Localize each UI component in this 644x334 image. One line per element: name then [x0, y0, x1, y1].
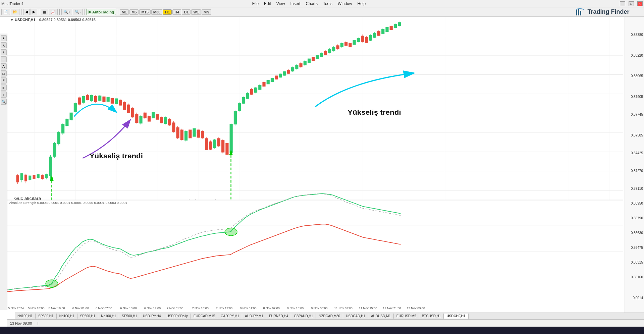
price-label-4: 0.87905	[631, 95, 643, 99]
tab-eurusd-m5[interactable]: EURUSD,M5	[394, 314, 419, 319]
hline-tool[interactable]: —	[1, 56, 7, 62]
svg-rect-124	[209, 142, 212, 150]
svg-text:7 Nov 13:00: 7 Nov 13:00	[192, 307, 208, 310]
menu-edit[interactable]: Edit	[263, 1, 272, 7]
svg-text:7 Nov 19:00: 7 Nov 19:00	[216, 307, 232, 310]
back-btn[interactable]: ◀	[23, 9, 30, 15]
zoom-in-btn[interactable]: 🔍+	[61, 9, 72, 15]
svg-text:8 Nov 13:00: 8 Nov 13:00	[287, 307, 304, 310]
svg-rect-158	[279, 74, 282, 78]
svg-rect-86	[131, 108, 134, 117]
line-chart-btn[interactable]: 📈	[49, 9, 58, 15]
channel-tool[interactable]: ≡	[1, 85, 7, 91]
svg-rect-122	[205, 138, 208, 150]
svg-rect-190	[344, 42, 347, 46]
ellipse-tool[interactable]: ○	[1, 92, 7, 98]
svg-rect-168	[300, 63, 303, 67]
shape-tool[interactable]: □	[1, 70, 7, 76]
tab-nd100h1-3[interactable]: Nd100,H1	[98, 314, 119, 319]
close-button[interactable]: ✕	[637, 1, 643, 6]
autotrading-button[interactable]: ▶ AutoTrading	[87, 9, 116, 15]
tab-nd100h1[interactable]: Nd100,H1	[15, 314, 36, 319]
line-tool[interactable]: /	[1, 49, 7, 55]
svg-rect-92	[144, 113, 147, 118]
menu-window[interactable]: Window	[336, 1, 354, 7]
svg-rect-112	[184, 131, 187, 141]
svg-rect-0	[576, 10, 577, 15]
chart-symbol: USDCHF,H1	[15, 18, 36, 22]
tf-m30[interactable]: M30	[151, 9, 162, 15]
tab-gbpaud-h1[interactable]: GBPAUD,H1	[291, 314, 316, 319]
tab-cadjpy-m1[interactable]: CADJPY,M1	[218, 314, 242, 319]
arrow-tool[interactable]: ↖	[1, 42, 7, 48]
tab-sp500h1-3[interactable]: SP500,H1	[119, 314, 140, 319]
tf-h4[interactable]: H4	[172, 9, 181, 15]
tab-nd100h1-2[interactable]: Nd100,H1	[57, 314, 77, 319]
zoom-out-btn[interactable]: 🔍-	[73, 9, 83, 15]
svg-rect-62	[82, 96, 85, 103]
svg-rect-178	[320, 53, 323, 57]
svg-rect-152	[267, 80, 270, 84]
status-bar: 13 Nov 09:00 |	[7, 319, 644, 327]
tf-w1[interactable]: W1	[191, 9, 201, 15]
menu-file[interactable]: File	[251, 1, 260, 7]
menu-charts[interactable]: Charts	[305, 1, 319, 7]
tab-btcusd-h1[interactable]: BTCUSD,H1	[419, 314, 444, 319]
chart-type-btn[interactable]: ▦	[41, 9, 48, 15]
svg-rect-160	[283, 71, 286, 75]
tf-mn[interactable]: MN	[202, 9, 211, 15]
svg-text:8 Nov 01:00: 8 Nov 01:00	[240, 307, 256, 310]
menu-tools[interactable]: Tools	[322, 1, 334, 7]
window-title-text: MetaTrader 4	[1, 2, 248, 6]
svg-rect-194	[353, 40, 356, 45]
svg-rect-58	[74, 103, 77, 112]
price-label-14: 0.86315	[631, 261, 643, 264]
tab-eurcad-m15[interactable]: EURCAD,M15	[191, 314, 218, 319]
chart-canvas-wrapper[interactable]: Yükseliş trendi Yükseliş trendi Güç alıc…	[7, 17, 644, 313]
tab-audjpy-m1[interactable]: AUDJPY,M1	[242, 314, 266, 319]
tab-usdchf-h1[interactable]: USDCHF,H1	[444, 314, 468, 319]
logo-area: Trading Finder	[569, 5, 636, 19]
symbol-tabs: Nd100,H1 SP500,H1 Nd100,H1 SP500,H1 Nd10…	[15, 313, 644, 319]
svg-rect-212	[390, 26, 393, 30]
new-btn[interactable]: 📄	[1, 9, 10, 15]
menu-help[interactable]: Help	[356, 1, 367, 7]
tf-d1[interactable]: D1	[182, 9, 191, 15]
open-btn[interactable]: 📂	[11, 9, 19, 15]
svg-rect-40	[37, 174, 40, 178]
menu-insert[interactable]: Insert	[289, 1, 302, 7]
status-spread: |	[37, 321, 38, 325]
tab-eurnzd-h4[interactable]: EURNZD,H4	[266, 314, 291, 319]
svg-rect-64	[86, 95, 89, 100]
text-tool[interactable]: A	[1, 63, 7, 69]
tf-h1[interactable]: H1	[163, 9, 172, 15]
svg-rect-120	[201, 131, 204, 138]
svg-rect-180	[324, 51, 327, 55]
tab-usdcad-h1[interactable]: USDCAD,H1	[343, 314, 368, 319]
tf-m15[interactable]: M15	[139, 9, 150, 15]
svg-rect-214	[394, 24, 397, 28]
svg-rect-170	[304, 61, 307, 65]
crosshair-tool[interactable]: +	[1, 35, 7, 41]
svg-rect-142	[246, 93, 249, 99]
tab-usdj-daily[interactable]: USDJPY,Daily	[164, 314, 191, 319]
tab-sp500h1[interactable]: SP500,H1	[36, 314, 57, 319]
forward-btn[interactable]: ▶	[31, 9, 37, 15]
svg-rect-196	[357, 38, 360, 42]
tab-audusd-m1[interactable]: AUDUSD,M1	[368, 314, 394, 319]
tf-m5[interactable]: M5	[129, 9, 139, 15]
fib-tool[interactable]: F	[1, 77, 7, 84]
tab-sp500h1-2[interactable]: SP500,H1	[77, 314, 99, 319]
svg-rect-66	[90, 95, 93, 101]
svg-rect-164	[291, 67, 294, 71]
tab-nzdcad-m30[interactable]: NZDCAD,M30	[316, 314, 343, 319]
zoom-tool[interactable]: 🔍	[1, 99, 7, 105]
svg-rect-192	[348, 43, 352, 47]
svg-rect-60	[78, 98, 81, 105]
svg-rect-76	[111, 98, 114, 104]
tab-usdj-h4[interactable]: USDJPY,H4	[140, 314, 164, 319]
chart-ohlc: ▼ USDCHF,H1 0.89527 0.89531 0.89503 0.89…	[10, 18, 96, 22]
tf-m1[interactable]: M1	[120, 9, 129, 15]
menu-view[interactable]: View	[275, 1, 286, 7]
chart-svg: Yükseliş trendi Yükseliş trendi Güç alıc…	[7, 17, 644, 313]
